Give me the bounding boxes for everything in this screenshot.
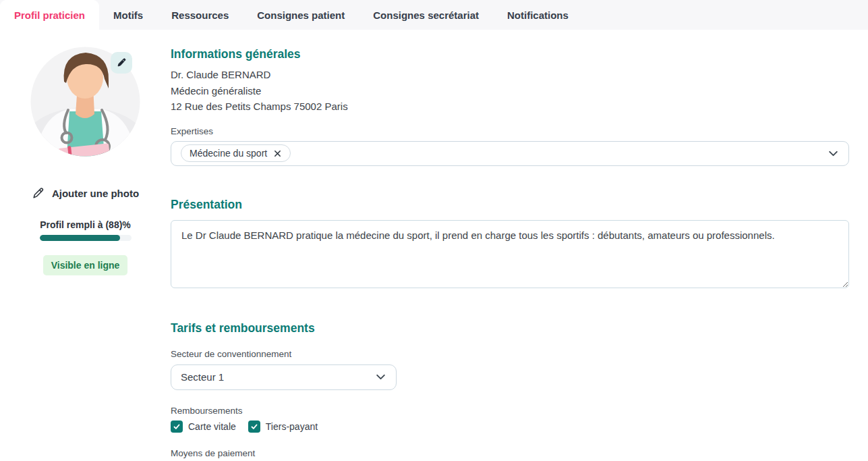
add-photo-button[interactable]: Ajouter une photo [32,187,139,200]
practitioner-specialty: Médecin généraliste [171,83,849,99]
profile-completion: Profil rempli à (88)% [40,219,132,241]
checkmark-icon [248,421,260,433]
tab-ressources[interactable]: Ressources [157,0,243,30]
avatar [30,47,140,157]
presentation-textarea[interactable]: Le Dr Claude BERNARD pratique la médecin… [171,220,849,288]
expertises-field: Expertises Médecine du sport [171,126,849,166]
sector-select-value: Secteur 1 [181,371,224,383]
practitioner-address: 12 Rue des Petits Champs 75002 Paris [171,99,849,115]
pencil-icon [116,57,127,68]
checkbox-tiers-payant[interactable]: Tiers-payant [248,421,318,433]
expertises-label: Expertises [171,126,849,136]
tab-motifs[interactable]: Motifs [99,0,157,30]
checkbox-label: Carte vitale [188,421,236,432]
add-photo-label: Ajouter une photo [52,188,139,199]
tab-consignes-secretariat[interactable]: Consignes secrétariat [359,0,493,30]
tab-profil-praticien[interactable]: Profil praticien [0,0,99,30]
profile-completion-fill [40,235,121,241]
sector-label: Secteur de conventionnement [171,349,849,359]
practitioner-profile-form: Informations générales Dr. Claude BERNAR… [171,30,868,461]
profile-completion-bar [40,235,132,241]
checkbox-label: Tiers-payant [266,421,318,432]
tab-notifications[interactable]: Notifications [493,0,583,30]
sector-select[interactable]: Secteur 1 [171,364,397,390]
tab-consignes-patient[interactable]: Consignes patient [243,0,359,30]
checkmark-icon [171,421,183,433]
general-info-title: Informations générales [171,47,849,61]
x-icon[interactable] [273,149,282,158]
chevron-down-icon [375,371,386,383]
moyens-paiement-label: Moyens de paiement [171,448,849,458]
practitioner-name: Dr. Claude BERNARD [171,67,849,83]
edit-avatar-button[interactable] [111,52,132,74]
remboursements-options: Carte vitale Tiers-payant [171,421,849,433]
expertise-chip: Médecine du sport [181,144,291,162]
profile-sidebar: Ajouter une photo Profil rempli à (88)% … [0,30,171,461]
visibility-status-badge: Visible en ligne [43,255,128,275]
remboursements-label: Remboursements [171,406,849,416]
top-tab-bar: Profil praticien Motifs Ressources Consi… [0,0,868,30]
checkbox-carte-vitale[interactable]: Carte vitale [171,421,236,433]
expertise-chip-label: Médecine du sport [190,148,267,159]
tarifs-title: Tarifs et remboursements [171,321,849,335]
presentation-title: Présentation [171,198,849,212]
expertises-select[interactable]: Médecine du sport [171,141,849,166]
chevron-down-icon [828,148,839,159]
page-content: Ajouter une photo Profil rempli à (88)% … [0,30,868,461]
profile-completion-label: Profil rempli à (88)% [40,219,131,230]
pencil-icon [32,187,45,200]
